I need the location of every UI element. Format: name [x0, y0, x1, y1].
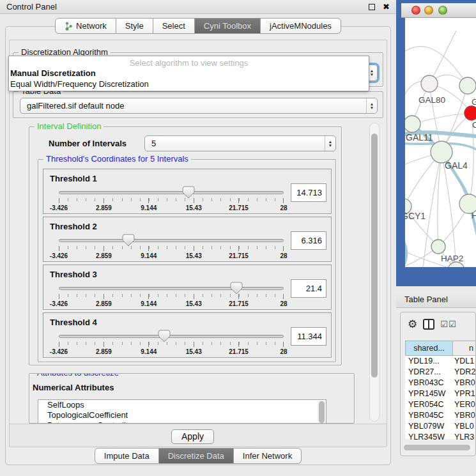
cell-shared-name[interactable]: YLR345W: [405, 432, 452, 443]
tab-infer-network[interactable]: Infer Network: [234, 448, 302, 464]
tick-label: 28: [280, 300, 287, 307]
tick-label: -3.426: [50, 300, 68, 307]
table-row[interactable]: YBR043CYBR0: [405, 378, 476, 388]
table-row[interactable]: YER054CYER0: [405, 399, 476, 410]
cell-shared-name[interactable]: YER054C: [405, 399, 452, 410]
node-selected-red[interactable]: [464, 106, 476, 120]
cell-shared-name[interactable]: YPR145W: [405, 388, 452, 399]
zoom-traffic-light[interactable]: [438, 6, 447, 15]
slider-track[interactable]: [59, 191, 284, 194]
table-horizontal-scrollbar[interactable]: [403, 444, 475, 451]
dropdown-option-equal-width[interactable]: Equal Width/Frequency Discretization: [9, 79, 369, 89]
table-row[interactable]: YLR345WYLR3: [405, 432, 476, 443]
slider-ticks-major: [59, 246, 284, 251]
cell-name[interactable]: YDL1: [452, 356, 476, 367]
node-gal11[interactable]: [405, 116, 420, 132]
slider-track[interactable]: [59, 287, 284, 290]
cell-name[interactable]: YPR1: [452, 388, 476, 399]
table-row[interactable]: YPR145WYPR1: [405, 388, 476, 399]
node-partial-top[interactable]: [459, 77, 476, 94]
tick-label: 2.859: [96, 204, 112, 211]
threshold-label: Threshold 1: [50, 174, 97, 183]
panel-scrollbar-thumb[interactable]: [371, 134, 378, 378]
threshold-value-field[interactable]: 11.344: [291, 327, 326, 346]
table-data-combobox[interactable]: galFiltered.sif default node ▲▼: [20, 98, 378, 114]
tab-cyni-toolbox[interactable]: Cyni Toolbox: [195, 18, 261, 34]
dropdown-option-manual[interactable]: Manual Discretization: [9, 68, 369, 79]
node-table: shared... n YDL19...YDL1 YDR27...YDR2 YB…: [405, 341, 476, 439]
slider-ticks-major: [59, 198, 284, 203]
cell-name[interactable]: YBR0: [452, 410, 476, 421]
cell-shared-name[interactable]: YDR27...: [405, 367, 452, 378]
table-row[interactable]: YBL079WYBL0: [405, 421, 476, 432]
cell-name[interactable]: YBR0: [452, 378, 476, 388]
select-columns-icon[interactable]: ☑☑: [440, 319, 456, 329]
threshold-value-field[interactable]: 21.4: [291, 279, 326, 298]
column-header-shared-name[interactable]: shared...: [405, 341, 452, 356]
cell-shared-name[interactable]: YDL19...: [405, 356, 452, 367]
node-gal4[interactable]: [431, 141, 452, 163]
threshold-slider[interactable]: -3.426 2.859 9.144 15.43 21.715 28: [59, 187, 284, 213]
attributes-group: Attributes to discretize Numerical Attri…: [29, 373, 355, 424]
list-item[interactable]: SelfLoops: [38, 400, 326, 410]
spinner-stepper-icon: ▲▼: [325, 136, 335, 151]
threshold-value-field[interactable]: 14.713: [291, 183, 326, 202]
threshold-slider[interactable]: -3.426 2.859 9.144 15.43 21.715 28: [59, 331, 284, 357]
tick-label: 9.144: [141, 348, 157, 355]
tick-label: 28: [280, 252, 287, 259]
threshold-slider[interactable]: -3.426 2.859 9.144 15.43 21.715 28: [59, 283, 284, 309]
tab-network[interactable]: Network: [55, 18, 116, 34]
float-window-icon[interactable]: [369, 4, 375, 10]
table-row[interactable]: YDR27...YDR2: [405, 367, 476, 378]
node-hap2[interactable]: [431, 240, 445, 254]
tick-label: -3.426: [50, 348, 68, 355]
cell-shared-name[interactable]: YBR043C: [405, 378, 452, 388]
gear-icon[interactable]: ⚙: [408, 319, 417, 330]
slider-thumb[interactable]: [230, 282, 243, 295]
tab-discretize-data[interactable]: Discretize Data: [159, 448, 234, 464]
tab-impute-data[interactable]: Impute Data: [95, 448, 159, 464]
cell-name[interactable]: YLR3: [452, 432, 476, 443]
node-label-gal80: GAL80: [418, 95, 445, 105]
column-layout-icon[interactable]: [423, 319, 434, 330]
interval-definition-group-label: Interval Definition: [35, 121, 104, 131]
table-row[interactable]: YDL19...YDL1: [405, 356, 476, 367]
close-traffic-light[interactable]: [411, 6, 420, 15]
cell-shared-name[interactable]: YBL079W: [405, 421, 452, 432]
tab-jactivemnodules[interactable]: jActiveMNodules: [261, 18, 341, 34]
slider-track[interactable]: [59, 239, 284, 242]
cell-name[interactable]: YER0: [452, 399, 476, 410]
minimize-traffic-light[interactable]: [424, 6, 433, 15]
table-row[interactable]: YBR045CYBR0: [405, 410, 476, 421]
apply-button[interactable]: Apply: [171, 429, 214, 444]
list-item[interactable]: TopologicalCoefficient: [38, 410, 326, 420]
list-scrollbar-thumb[interactable]: [319, 401, 325, 423]
control-panel-titlebar: Control Panel ✖: [0, 0, 396, 14]
network-window-titlebar[interactable]: [401, 3, 476, 18]
tab-network-label: Network: [76, 19, 107, 33]
slider-thumb[interactable]: [182, 186, 195, 199]
cell-shared-name[interactable]: YBR045C: [405, 410, 452, 421]
number-of-intervals-spinner[interactable]: 5 ▲▼: [144, 135, 336, 151]
slider-thumb[interactable]: [122, 234, 135, 247]
column-header-name[interactable]: n: [452, 341, 476, 356]
tick-label: 21.715: [229, 348, 249, 355]
list-scrollbar[interactable]: [318, 401, 325, 424]
threshold-label: Threshold 4: [50, 318, 97, 327]
slider-track[interactable]: [59, 335, 284, 338]
tab-select[interactable]: Select: [153, 18, 195, 34]
slider-ticks-major: [59, 294, 284, 299]
slider-thumb[interactable]: [158, 330, 171, 342]
tab-style[interactable]: Style: [116, 18, 153, 34]
cyni-mode-tabs: Impute Data Discretize Data Infer Networ…: [0, 448, 396, 464]
panel-scrollbar[interactable]: [369, 123, 380, 422]
cell-name[interactable]: YBL0: [452, 421, 476, 432]
threshold-slider[interactable]: -3.426 2.859 9.144 15.43 21.715 28: [59, 235, 284, 261]
node-gal80[interactable]: [421, 75, 438, 92]
network-canvas[interactable]: GAL80 G C GAL11 GAL4 GCY1 H HAP2: [405, 18, 476, 267]
cell-name[interactable]: YDR2: [452, 367, 476, 378]
threshold-value-field[interactable]: 6.316: [291, 231, 326, 250]
tick-label: 9.144: [141, 252, 157, 259]
table-scrollbar-thumb[interactable]: [404, 445, 470, 450]
close-icon[interactable]: ✖: [383, 2, 390, 12]
